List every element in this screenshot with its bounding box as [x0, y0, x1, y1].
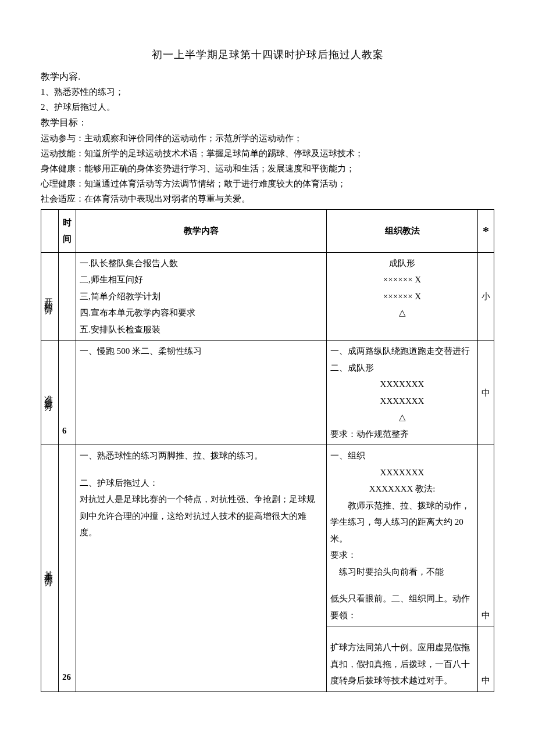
main-method-1: 一、组织: [330, 447, 474, 464]
table-row: 准备部分 6 一、慢跑 500 米二、柔韧性练习 一、成两路纵队绕跑道跑走交替进…: [41, 341, 494, 445]
prep-method-5: △: [330, 409, 474, 426]
method-main-upper: 一、组织 XXXXXXX XXXXXXX 教法: 教师示范推、拉、拨球的动作，学…: [327, 445, 478, 626]
heading-teaching-content: 教学内容.: [41, 69, 494, 84]
prep-line-1: 一、慢跑 500 米二、柔韧性练习: [80, 343, 323, 360]
goal-2: 运动技能：知道所学的足球运动技术术语；掌握足球简单的踢球、停球及运球技术；: [41, 146, 494, 160]
intensity-prep: 中: [478, 341, 494, 445]
start-method-4: △: [330, 304, 474, 321]
table-header-row: 时间 教学内容 组织教法 *: [41, 209, 494, 252]
main-method-7: 低头只看眼前。二、组织同上。动作要领：: [330, 590, 474, 624]
start-line-5: 五.安排队长检查服装: [80, 321, 323, 338]
method-start: 成队形 ×××××× X ×××××× X △: [327, 252, 478, 341]
time-start: [59, 252, 76, 341]
start-line-2: 二,师生相互问好: [80, 271, 323, 288]
content-main: 一、熟悉球性的练习两脚推、拉、拨球的练习。 二、护球后拖过人： 对抗过人是足球比…: [76, 445, 327, 692]
prep-method-6: 要求：动作规范整齐: [330, 426, 474, 443]
header-time: 时间: [59, 209, 76, 252]
heading-teaching-goal: 教学目标：: [41, 115, 494, 130]
header-method: 组织教法: [327, 209, 478, 252]
goal-3: 身体健康：能够用正确的身体姿势进行学习、运动和生活；发展速度和平衡能力；: [41, 162, 494, 175]
content-start: 一.队长整队集合报告人数 二,师生相互问好 三,简单介绍教学计划 四.宣布本单元…: [76, 252, 327, 341]
time-prep: 6: [59, 341, 76, 445]
header-content: 教学内容: [76, 209, 327, 252]
main-method-5: 要求：: [330, 547, 474, 564]
content-item-2: 2、护球后拖过人。: [41, 100, 494, 114]
intensity-main-1: 中: [478, 445, 494, 626]
main-method-6: 练习时要抬头向前看，不能: [330, 564, 474, 581]
content-prep: 一、慢跑 500 米二、柔韧性练习: [76, 341, 327, 445]
prep-method-1: 一、成两路纵队绕跑道跑走交替进行: [330, 343, 474, 360]
method-prep: 一、成两路纵队绕跑道跑走交替进行 二、成队形 XXXXXXX XXXXXXX △…: [327, 341, 478, 445]
start-line-4: 四.宣布本单元教学内容和要求: [80, 304, 323, 321]
table-row: 开始部分 一.队长整队集合报告人数 二,师生相互问好 三,简单介绍教学计划 四.…: [41, 252, 494, 341]
prep-method-4: XXXXXXX: [330, 393, 474, 410]
start-line-1: 一.队长整队集合报告人数: [80, 255, 323, 272]
start-method-2: ×××××× X: [330, 271, 474, 288]
main-line-2: 二、护球后拖过人：: [80, 475, 323, 492]
start-line-3: 三,简单介绍教学计划: [80, 288, 323, 305]
goal-1: 运动参与：主动观察和评价同伴的运动动作；示范所学的运动动作；: [41, 131, 494, 145]
header-star: *: [478, 209, 494, 252]
goal-4: 心理健康：知道通过体育活动等方法调节情绪；敢于进行难度较大的体育活动；: [41, 177, 494, 191]
intensity-main-2: 中: [478, 626, 494, 692]
goal-5: 社会适应：在体育活动中表现出对弱者的尊重与关爱。: [41, 192, 494, 206]
main-line-3: 对抗过人是足球比赛的一个特点，对抗性强、争抢剧；足球规则中允许合理的冲撞，这给对…: [80, 491, 323, 541]
phase-prep: 准备部分: [41, 341, 59, 445]
main-method-2: XXXXXXX: [330, 464, 474, 481]
phase-main: 基本部分: [41, 445, 59, 692]
start-method-1: 成队形: [330, 255, 474, 272]
header-blank: [41, 209, 59, 252]
start-method-3: ×××××× X: [330, 288, 474, 305]
main-method-8: 扩球方法同第八十例。应用虚晃假拖真扣，假扣真拖，后拨球，一百八十度转身后拨球等技…: [330, 639, 474, 689]
phase-start: 开始部分: [41, 252, 59, 341]
main-line-1: 一、熟悉球性的练习两脚推、拉、拨球的练习。: [80, 447, 323, 464]
lesson-table: 时间 教学内容 组织教法 * 开始部分 一.队长整队集合报告人数 二,师生相互问…: [41, 209, 494, 692]
method-main-lower: 扩球方法同第八十例。应用虚晃假拖真扣，假扣真拖，后拨球，一百八十度转身后拨球等技…: [327, 626, 478, 692]
prep-method-3: XXXXXXX: [330, 376, 474, 393]
page-title: 初一上半学期足球第十四课时护球后拖过人教案: [41, 46, 494, 63]
intensity-start: 小: [478, 252, 494, 341]
prep-method-2: 二、成队形: [330, 360, 474, 377]
main-method-4: 教师示范推、拉、拨球的动作，学生练习，每人练习的距离大约 20 米。: [330, 497, 474, 547]
table-row: 基本部分 26 一、熟悉球性的练习两脚推、拉、拨球的练习。 二、护球后拖过人： …: [41, 445, 494, 626]
main-method-3: XXXXXXX 教法:: [330, 481, 474, 497]
time-main: 26: [59, 445, 76, 692]
content-item-1: 1、熟悉苏性的练习；: [41, 85, 494, 99]
